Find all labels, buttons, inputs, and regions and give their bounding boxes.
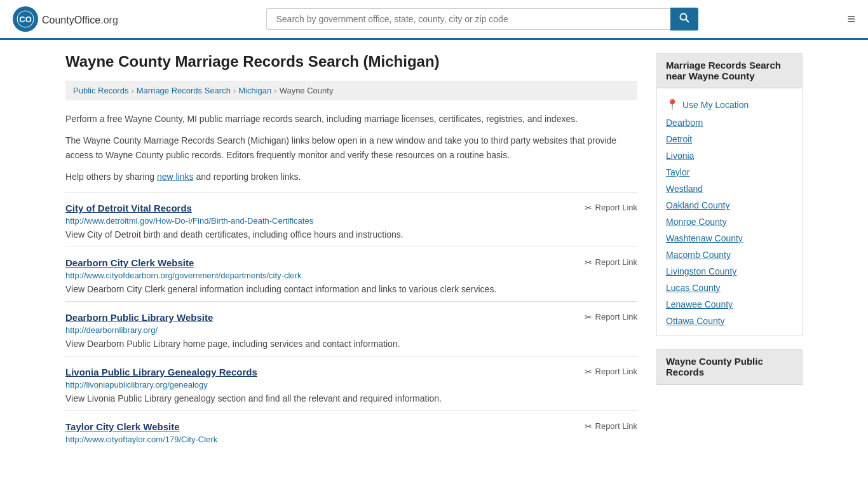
- report-icon: ✂: [585, 257, 592, 268]
- report-label: Report Link: [595, 367, 637, 376]
- search-area: [266, 8, 698, 30]
- report-icon: ✂: [585, 421, 592, 431]
- result-desc: View Dearborn Public Library home page, …: [65, 337, 637, 351]
- report-icon: ✂: [585, 203, 592, 213]
- nearby-link[interactable]: Taylor: [666, 164, 793, 180]
- use-location-label: Use My Location: [682, 100, 749, 110]
- nearby-link[interactable]: Lenawee County: [666, 296, 793, 313]
- page-title: Wayne County Marriage Records Search (Mi…: [65, 53, 637, 71]
- report-icon: ✂: [585, 312, 592, 322]
- result-header: Dearborn City Clerk Website ✂ Report Lin…: [65, 257, 637, 268]
- search-icon: [679, 13, 689, 23]
- result-item: Dearborn City Clerk Website ✂ Report Lin…: [65, 247, 637, 301]
- result-desc: View City of Detroit birth and death cer…: [65, 228, 637, 241]
- report-link[interactable]: ✂ Report Link: [585, 312, 637, 322]
- report-link[interactable]: ✂ Report Link: [585, 257, 637, 268]
- nearby-box: Marriage Records Search near Wayne Count…: [656, 53, 803, 336]
- nearby-link[interactable]: Lucas County: [666, 280, 793, 296]
- result-url[interactable]: http://livoniapubliclibrary.org/genealog…: [65, 380, 637, 390]
- description-para2: The Wayne County Marriage Records Search…: [65, 133, 637, 162]
- breadcrumb-sep-1: ›: [131, 86, 133, 95]
- content-area: Wayne County Marriage Records Search (Mi…: [65, 53, 637, 452]
- result-item: Livonia Public Library Genealogy Records…: [65, 356, 637, 410]
- search-input[interactable]: [266, 8, 670, 30]
- breadcrumb-sep-3: ›: [274, 86, 276, 95]
- result-title[interactable]: Dearborn City Clerk Website: [65, 257, 194, 268]
- nearby-link[interactable]: Macomb County: [666, 247, 793, 263]
- logo[interactable]: CO CountyOffice.org: [13, 6, 118, 32]
- public-records-box: Wayne County Public Records: [656, 349, 803, 385]
- result-item: Dearborn Public Library Website ✂ Report…: [65, 301, 637, 356]
- result-title[interactable]: Livonia Public Library Genealogy Records: [65, 367, 257, 377]
- sidebar: Marriage Records Search near Wayne Count…: [656, 53, 803, 452]
- result-url[interactable]: http://www.detroitmi.gov/How-Do-I/Find/B…: [65, 216, 637, 226]
- nearby-link[interactable]: Westland: [666, 180, 793, 197]
- logo-icon: CO: [13, 6, 38, 32]
- breadcrumb-public-records[interactable]: Public Records: [73, 86, 128, 95]
- nearby-link[interactable]: Oakland County: [666, 197, 793, 214]
- nearby-link[interactable]: Ottawa County: [666, 313, 793, 329]
- result-url[interactable]: http://www.cityofdearborn.org/government…: [65, 271, 637, 280]
- breadcrumb-wayne-county: Wayne County: [280, 86, 334, 95]
- result-title[interactable]: City of Detroit Vital Records: [65, 203, 192, 214]
- result-item: City of Detroit Vital Records ✂ Report L…: [65, 192, 637, 247]
- site-header: CO CountyOffice.org ≡: [0, 0, 868, 40]
- new-links-link[interactable]: new links: [157, 172, 194, 182]
- breadcrumb-sep-2: ›: [233, 86, 236, 95]
- nearby-link[interactable]: Livingston County: [666, 263, 793, 280]
- report-icon: ✂: [585, 367, 592, 377]
- logo-text: CountyOffice.org: [42, 12, 118, 27]
- result-url[interactable]: http://dearbornlibrary.org/: [65, 325, 637, 335]
- breadcrumb: Public Records › Marriage Records Search…: [65, 81, 637, 100]
- result-title[interactable]: Dearborn Public Library Website: [65, 312, 213, 323]
- location-pin-icon: 📍: [666, 98, 679, 111]
- report-link[interactable]: ✂ Report Link: [585, 421, 637, 431]
- svg-line-3: [686, 20, 689, 23]
- result-header: Livonia Public Library Genealogy Records…: [65, 367, 637, 377]
- nearby-link[interactable]: Dearborn: [666, 114, 793, 131]
- svg-point-2: [681, 14, 687, 20]
- report-label: Report Link: [595, 257, 637, 267]
- result-item: Taylor City Clerk Website ✂ Report Link …: [65, 410, 637, 452]
- desc-para3-before: Help others by sharing: [65, 172, 157, 182]
- menu-button[interactable]: ≡: [847, 11, 855, 27]
- nearby-link[interactable]: Detroit: [666, 131, 793, 147]
- use-my-location[interactable]: 📍 Use My Location: [666, 95, 793, 114]
- logo-suffix: .org: [100, 15, 118, 25]
- public-records-box-title: Wayne County Public Records: [657, 349, 802, 384]
- report-label: Report Link: [595, 203, 637, 212]
- report-link[interactable]: ✂ Report Link: [585, 203, 637, 213]
- result-title[interactable]: Taylor City Clerk Website: [65, 421, 180, 432]
- nearby-link[interactable]: Washtenaw County: [666, 230, 793, 247]
- logo-name: CountyOffice: [42, 15, 100, 25]
- breadcrumb-michigan[interactable]: Michigan: [238, 86, 271, 95]
- result-desc: View Dearborn City Clerk general informa…: [65, 283, 637, 296]
- desc-para3-after: and reporting broken links.: [194, 172, 301, 182]
- report-label: Report Link: [595, 421, 637, 431]
- nearby-box-content: 📍 Use My Location DearbornDetroitLivonia…: [657, 88, 802, 336]
- breadcrumb-marriage-records[interactable]: Marriage Records Search: [137, 86, 231, 95]
- result-desc: View Livonia Public Library genealogy se…: [65, 392, 637, 405]
- results-list: City of Detroit Vital Records ✂ Report L…: [65, 192, 637, 452]
- result-header: Taylor City Clerk Website ✂ Report Link: [65, 421, 637, 432]
- description-para1: Perform a free Wayne County, MI public m…: [65, 112, 637, 126]
- search-button[interactable]: [670, 8, 698, 30]
- nearby-link[interactable]: Monroe County: [666, 214, 793, 230]
- report-link[interactable]: ✂ Report Link: [585, 367, 637, 377]
- result-header: Dearborn Public Library Website ✂ Report…: [65, 312, 637, 323]
- svg-text:CO: CO: [19, 15, 32, 24]
- nearby-link[interactable]: Livonia: [666, 147, 793, 164]
- nearby-box-title: Marriage Records Search near Wayne Count…: [657, 53, 802, 88]
- report-label: Report Link: [595, 312, 637, 322]
- nearby-links: DearbornDetroitLivoniaTaylorWestlandOakl…: [666, 114, 793, 329]
- result-header: City of Detroit Vital Records ✂ Report L…: [65, 203, 637, 214]
- main-layout: Wayne County Marriage Records Search (Mi…: [53, 40, 815, 464]
- description-para3: Help others by sharing new links and rep…: [65, 170, 637, 184]
- result-url[interactable]: http://www.cityoftaylor.com/179/City-Cle…: [65, 435, 637, 444]
